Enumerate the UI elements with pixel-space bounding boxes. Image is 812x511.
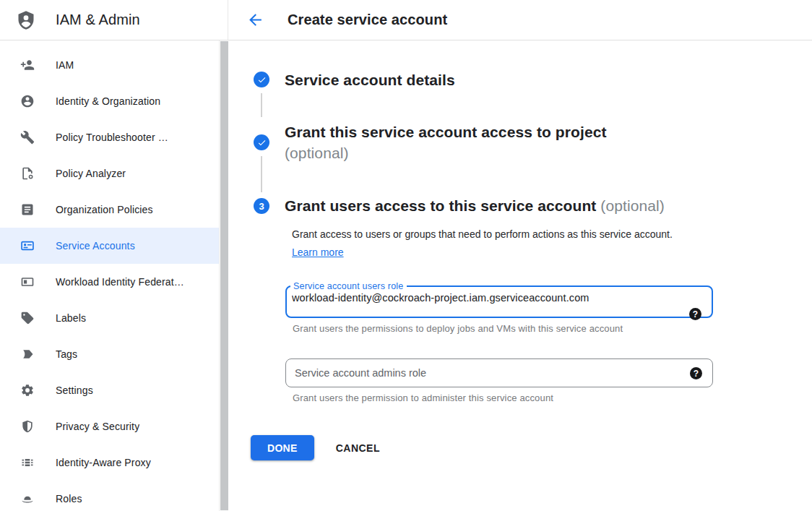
sidebar-item-settings[interactable]: Settings — [0, 372, 219, 408]
sidebar-nav: IAMIdentity & OrganizationPolicy Trouble… — [0, 40, 219, 511]
step2-title: Grant this service account access to pro… — [285, 124, 607, 140]
sidebar-item-labels[interactable]: Labels — [0, 300, 219, 336]
sidebar-item-label: Identity-Aware Proxy — [56, 457, 151, 468]
users-role-label: Service account users role — [290, 281, 407, 291]
step-grant-users-access: 3 Grant users access to this service acc… — [254, 197, 812, 403]
admins-role-help-icon[interactable]: ? — [690, 367, 702, 379]
learn-more-link[interactable]: Learn more — [292, 246, 344, 258]
sidebar-scrollbar[interactable] — [219, 40, 228, 511]
sidebar-item-iam[interactable]: IAM — [0, 47, 219, 83]
sidebar-item-label: IAM — [56, 59, 74, 71]
admins-role-helper-text: Grant users the permission to administer… — [293, 392, 713, 403]
sidebar-item-label: Policy Analyzer — [56, 168, 126, 179]
sidebar-item-label: Policy Troubleshooter … — [56, 132, 168, 143]
sidebar-item-privacy-security[interactable]: Privacy & Security — [0, 408, 219, 445]
arrow-label-icon — [20, 347, 35, 361]
sidebar-item-policy-troubleshooter[interactable]: Policy Troubleshooter … — [0, 119, 219, 155]
sidebar-item-label: Identity & Organization — [56, 95, 160, 107]
sidebar-item-policy-analyzer[interactable]: Policy Analyzer — [0, 155, 219, 192]
sidebar-item-label: Roles — [56, 493, 82, 504]
sidebar-item-organization-policies[interactable]: Organization Policies — [0, 192, 219, 228]
proxy-frame-icon — [20, 455, 35, 470]
done-button[interactable]: DONE — [251, 435, 314, 460]
step-connector — [261, 156, 262, 192]
person-add-icon — [20, 58, 35, 72]
doc-gear-icon — [20, 166, 35, 181]
sidebar-item-label: Settings — [56, 385, 93, 396]
sidebar-item-label: Tags — [56, 348, 77, 360]
step2-optional-label: (optional) — [285, 145, 349, 161]
id-card-icon — [20, 275, 35, 289]
users-role-fieldset: Service account users role ? — [285, 281, 713, 318]
service-account-key-icon — [20, 239, 35, 253]
step3-title: Grant users access to this service accou… — [285, 197, 596, 214]
sidebar-item-label: Labels — [56, 312, 86, 324]
step-grant-access-to-project: Grant this service account access to pro… — [254, 121, 812, 197]
step1-complete-check-icon — [254, 72, 269, 87]
users-role-field-group: Service account users role ? Grant users… — [285, 281, 713, 334]
sidebar-header: IAM & Admin — [0, 0, 228, 40]
wizard-content: Service account details Grant this servi… — [228, 40, 812, 460]
service-account-users-role-input[interactable] — [287, 292, 648, 308]
sidebar-item-identity-aware-proxy[interactable]: Identity-Aware Proxy — [0, 445, 219, 481]
sidebar-item-service-accounts[interactable]: Service Accounts — [0, 228, 219, 264]
cancel-button[interactable]: CANCEL — [336, 442, 380, 454]
step2-rail — [254, 121, 269, 197]
sidebar-item-identity-organization[interactable]: Identity & Organization — [0, 83, 219, 119]
sidebar-item-label: Privacy & Security — [56, 421, 139, 432]
tag-icon — [20, 311, 35, 325]
step-connector — [261, 93, 262, 117]
main-panel: Create service account Service account d… — [228, 0, 812, 511]
account-circle-icon — [20, 94, 35, 108]
step1-rail — [254, 72, 269, 121]
sidebar-item-tags[interactable]: Tags — [0, 336, 219, 372]
service-account-admins-role-input[interactable] — [286, 367, 647, 379]
step3-description: Grant access to users or groups that nee… — [292, 226, 691, 262]
step1-title: Service account details — [285, 72, 812, 89]
page-title: Create service account — [288, 12, 447, 28]
app-window: IAM & Admin IAMIdentity & OrganizationPo… — [0, 0, 812, 511]
shield-half-icon — [20, 419, 35, 434]
sidebar-item-label: Service Accounts — [56, 240, 135, 252]
step-service-account-details: Service account details — [254, 72, 812, 121]
gear-icon — [20, 383, 35, 398]
sidebar-item-roles[interactable]: Roles — [0, 481, 219, 511]
step2-complete-check-icon — [254, 134, 269, 150]
admins-role-fieldbox: ? — [285, 358, 713, 387]
main-header: Create service account — [228, 0, 812, 40]
product-title: IAM & Admin — [56, 12, 140, 28]
sidebar: IAM & Admin IAMIdentity & OrganizationPo… — [0, 0, 228, 511]
back-button[interactable] — [246, 11, 264, 30]
users-role-helper-text: Grant users the permissions to deploy jo… — [293, 323, 713, 334]
step3-number-badge: 3 — [254, 198, 269, 214]
step3-optional-label: (optional) — [600, 197, 665, 214]
sidebar-item-label: Organization Policies — [56, 204, 153, 215]
iam-admin-shield-icon — [16, 9, 36, 31]
sidebar-item-label: Workload Identity Federat… — [56, 276, 184, 288]
users-role-help-icon[interactable]: ? — [689, 308, 701, 320]
back-arrow-icon — [246, 11, 264, 29]
admins-role-field-group: ? Grant users the permission to administ… — [285, 358, 713, 403]
sidebar-item-workload-identity-federation[interactable]: Workload Identity Federat… — [0, 264, 219, 300]
step3-rail: 3 — [254, 197, 269, 403]
wrench-icon — [20, 130, 35, 145]
sidebar-scrollbar-thumb[interactable] — [220, 41, 228, 510]
action-buttons-row: DONE CANCEL — [251, 435, 812, 460]
article-icon — [20, 202, 35, 217]
hat-icon — [20, 491, 35, 506]
